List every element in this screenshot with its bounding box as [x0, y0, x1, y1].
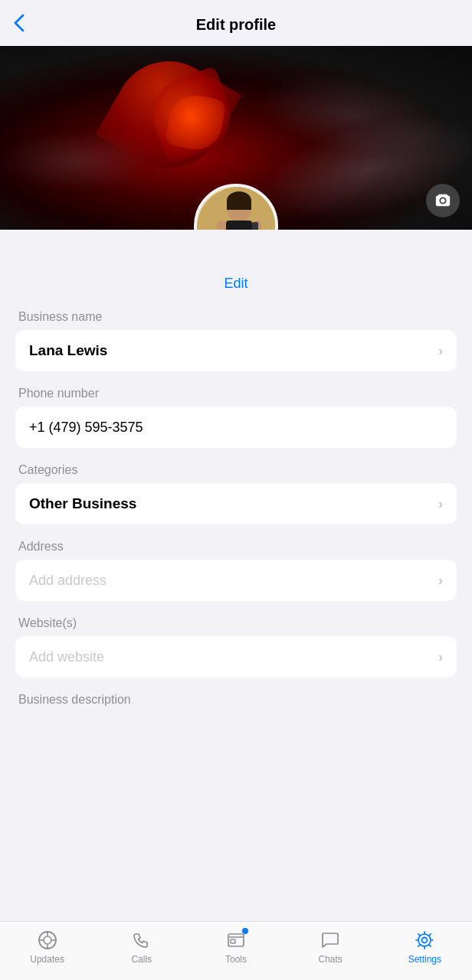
page-title: Edit profile — [196, 16, 276, 34]
header: Edit profile — [0, 0, 472, 46]
updates-icon — [37, 929, 58, 951]
cover-area — [0, 46, 472, 230]
address-placeholder: Add address — [29, 573, 107, 589]
svg-point-20 — [418, 934, 431, 946]
avatar[interactable] — [194, 184, 278, 230]
nav-item-calls[interactable]: Calls — [119, 929, 165, 965]
svg-rect-9 — [252, 222, 258, 230]
bottom-navigation: Updates Calls Tools Chats — [0, 921, 472, 980]
chevron-icon: › — [438, 496, 443, 512]
avatar-image — [197, 187, 275, 230]
business-name-label: Business name — [15, 310, 457, 324]
edit-avatar-link[interactable]: Edit — [224, 276, 247, 291]
camera-icon — [434, 192, 451, 209]
tools-badge — [242, 928, 248, 934]
description-label: Business description — [15, 693, 457, 707]
website-group: Website(s) Add website › — [15, 616, 457, 678]
website-row[interactable]: Add website › — [15, 636, 457, 678]
categories-label: Categories — [15, 463, 457, 477]
address-row[interactable]: Add address › — [15, 560, 457, 601]
svg-rect-7 — [217, 220, 226, 230]
business-name-row[interactable]: Lana Lewis › — [15, 330, 457, 371]
nav-item-updates[interactable]: Updates — [25, 929, 70, 965]
svg-point-11 — [44, 936, 51, 944]
phone-number-label: Phone number — [15, 387, 457, 400]
calls-icon — [131, 929, 152, 951]
back-button[interactable] — [14, 14, 25, 32]
address-group: Address Add address › — [15, 540, 457, 601]
chevron-icon: › — [438, 573, 443, 589]
svg-point-19 — [422, 938, 428, 943]
svg-rect-4 — [226, 220, 252, 230]
nav-item-chats[interactable]: Chats — [307, 929, 353, 965]
svg-rect-18 — [231, 939, 235, 943]
content-area: Edit Business name Lana Lewis › Phone nu… — [0, 276, 472, 799]
tools-icon — [225, 929, 247, 951]
website-placeholder: Add website — [29, 649, 104, 665]
address-label: Address — [15, 540, 457, 554]
smoke-3 — [0, 130, 153, 191]
nav-label-tools: Tools — [225, 954, 247, 965]
phone-number-row[interactable]: +1 (479) 595-3575 — [15, 407, 457, 448]
nav-item-tools[interactable]: Tools — [213, 929, 259, 965]
website-label: Website(s) — [15, 616, 457, 630]
categories-row[interactable]: Other Business › — [15, 483, 457, 524]
avatar-wrapper — [194, 184, 278, 230]
categories-group: Categories Other Business › — [15, 463, 457, 524]
edit-avatar-section: Edit — [15, 276, 457, 292]
camera-button[interactable] — [426, 184, 460, 217]
settings-icon — [414, 929, 435, 951]
svg-rect-3 — [227, 201, 251, 210]
business-name-value: Lana Lewis — [29, 342, 107, 359]
categories-value: Other Business — [29, 495, 136, 512]
nav-item-settings[interactable]: Settings — [402, 929, 447, 965]
chevron-icon: › — [438, 343, 443, 359]
business-name-group: Business name Lana Lewis › — [15, 310, 457, 371]
nav-label-calls: Calls — [131, 954, 152, 965]
nav-label-settings: Settings — [408, 954, 441, 965]
nav-label-updates: Updates — [30, 954, 64, 965]
nav-label-chats: Chats — [318, 954, 342, 965]
chats-icon — [320, 929, 341, 951]
phone-number-group: Phone number +1 (479) 595-3575 — [15, 387, 457, 448]
phone-number-value: +1 (479) 595-3575 — [29, 420, 143, 436]
chevron-icon: › — [438, 649, 443, 665]
description-group: Business description — [15, 693, 457, 707]
